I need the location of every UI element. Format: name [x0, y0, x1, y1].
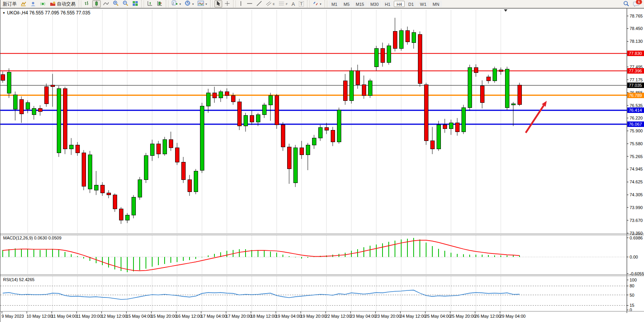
- dropdown-arrow-icon: ▾: [205, 2, 207, 6]
- new-order-label: 新订单: [3, 1, 17, 7]
- signal-icon: [40, 1, 46, 7]
- toolbar-separator: [233, 0, 236, 7]
- auto-scroll-button[interactable]: [146, 0, 154, 7]
- trendline-icon: [256, 1, 262, 7]
- zoom-in-button[interactable]: [111, 0, 120, 7]
- toolbar-separator: [166, 0, 168, 7]
- crosshair-icon: [225, 1, 230, 7]
- autotrade-button[interactable]: 自动交易: [48, 0, 77, 7]
- search-icon: [623, 0, 629, 8]
- panel-splitter-macd-rsi[interactable]: [0, 274, 644, 275]
- vertical-line-icon: [239, 1, 243, 7]
- channel-sub-label: E: [273, 2, 275, 6]
- arrows-tool-button[interactable]: ▾: [311, 0, 323, 7]
- timeframe-button-H4[interactable]: H4: [394, 1, 405, 7]
- mt4-window: 新订单 自动交易: [0, 0, 644, 322]
- cursor-icon: [216, 1, 221, 7]
- autotrade-label: 自动交易: [57, 1, 75, 7]
- fibonacci-icon: [279, 1, 284, 7]
- text-button[interactable]: A: [290, 0, 297, 7]
- timeframe-button-W1[interactable]: W1: [417, 1, 429, 7]
- candlestick-chart-button[interactable]: [92, 0, 101, 7]
- clock-icon: [185, 0, 191, 7]
- toolbar-separator: [210, 0, 213, 7]
- panel-splitter-macd-rsi-2[interactable]: [0, 276, 644, 276]
- timeframe-button-M5[interactable]: M5: [341, 1, 352, 7]
- horizontal-line-button[interactable]: [245, 0, 254, 7]
- toolbar-separator: [141, 0, 144, 7]
- autotrade-icon: [50, 1, 56, 7]
- cursor-button[interactable]: [214, 0, 222, 7]
- search-button[interactable]: [621, 0, 631, 7]
- fibo-sub-label: F: [286, 2, 288, 6]
- toolbar-separator: [79, 0, 81, 7]
- new-order-button[interactable]: 新订单: [1, 0, 18, 7]
- signal-button[interactable]: [39, 0, 47, 7]
- text-label-button[interactable]: T: [297, 0, 305, 7]
- tile-windows-button[interactable]: [131, 0, 140, 7]
- toolbar-separator: [307, 0, 310, 7]
- arrows-icon: [313, 1, 318, 7]
- dropdown-arrow-icon: ▾: [179, 2, 181, 6]
- timeframe-button-M15[interactable]: M15: [353, 1, 367, 7]
- dropdown-arrow-icon: ▾: [192, 2, 194, 6]
- templates-button[interactable]: ▾: [196, 0, 209, 7]
- zoom-in-icon: [113, 0, 119, 7]
- chart-shift-button[interactable]: [155, 0, 164, 7]
- chat-bubble-icon: 1: [633, 1, 640, 7]
- zoom-out-icon: [123, 0, 128, 7]
- chart-shift-icon: [157, 1, 163, 7]
- tile-windows-icon: [132, 1, 138, 7]
- text-icon: A: [291, 1, 295, 7]
- axis-separator: [0, 311, 644, 311]
- indicators-button[interactable]: f ▾: [170, 0, 182, 7]
- chart-canvas[interactable]: [0, 9, 644, 322]
- equidistant-channel-button[interactable]: E: [264, 0, 276, 7]
- chart-window: ▼UKOil-,H4 76.555 77.095 76.555 77.035 M…: [0, 8, 644, 322]
- timeframe-button-D1[interactable]: D1: [405, 1, 416, 7]
- timeframe-button-M1[interactable]: M1: [329, 1, 340, 7]
- panel-splitter-main-macd-2[interactable]: [0, 235, 644, 235]
- panel-splitter-main-macd[interactable]: [0, 234, 644, 234]
- fibonacci-button[interactable]: F: [277, 0, 289, 7]
- chart-shift-marker: [504, 9, 507, 12]
- timeframe-button-M30[interactable]: M30: [368, 1, 381, 7]
- auto-scroll-icon: [147, 1, 153, 7]
- timeframe-button-MN[interactable]: MN: [430, 1, 442, 7]
- trendline-button[interactable]: [255, 0, 263, 7]
- text-label-icon: T: [299, 1, 304, 7]
- timeframe-group: M1M5M15M30H1H4D1W1MN: [329, 1, 442, 7]
- template-icon: [198, 1, 204, 7]
- line-chart-icon: [103, 1, 109, 7]
- annotation-arrow: [526, 106, 544, 133]
- charts-window-button[interactable]: [19, 0, 28, 7]
- notifications-button[interactable]: 1: [632, 0, 641, 7]
- zoom-out-button[interactable]: [121, 0, 130, 7]
- market-watch-button[interactable]: [29, 0, 38, 7]
- horizontal-line-icon: [247, 1, 253, 7]
- channel-icon: [266, 1, 272, 7]
- timeframe-button-H1[interactable]: H1: [382, 1, 393, 7]
- periods-button[interactable]: ▾: [183, 0, 195, 7]
- bar-chart-button[interactable]: [83, 0, 91, 7]
- market-watch-icon: [30, 1, 36, 7]
- candlestick-icon: [94, 1, 99, 7]
- add-indicator-icon: f: [172, 0, 178, 7]
- toolbar: 新订单 自动交易: [0, 0, 644, 8]
- notification-badge: 1: [636, 0, 642, 4]
- vertical-line-button[interactable]: [237, 0, 244, 7]
- chart-window-icon: [21, 1, 26, 7]
- bar-chart-icon: [84, 1, 90, 7]
- toolbar-separator: [325, 0, 327, 7]
- crosshair-button[interactable]: [223, 0, 232, 7]
- line-chart-button[interactable]: [102, 0, 111, 7]
- dropdown-arrow-icon: ▾: [320, 2, 321, 6]
